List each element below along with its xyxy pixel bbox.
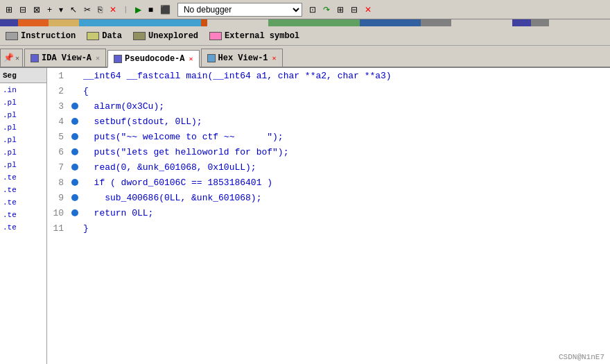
tab-hex-view-1[interactable]: Hex View-1✕ xyxy=(201,49,283,67)
breakpoint-indicator-3 xyxy=(71,103,78,110)
tab-pseudocode-a[interactable]: Pseudocode-A✕ xyxy=(107,50,199,68)
bp-dot-9[interactable] xyxy=(69,194,80,201)
tab-icon-1 xyxy=(114,55,122,63)
pin-icon: 📌 xyxy=(3,53,14,63)
code-line-9[interactable]: 9 sub_400686(0LL, &unk_601068); xyxy=(47,190,610,205)
debug-btn-x[interactable]: ✕ xyxy=(362,3,374,16)
toolbar-btn-cut[interactable]: ✂ xyxy=(81,3,94,16)
legend-color-data xyxy=(87,32,99,40)
tab-ida-view-a[interactable]: IDA View-A✕ xyxy=(24,49,106,67)
toolbar-btn-x[interactable]: ✕ xyxy=(107,3,119,16)
tab-icon-0 xyxy=(31,54,39,62)
sidebar-header: Seg xyxy=(0,68,46,83)
toolbar: ⊞ ⊟ ⊠ + ▾ ↖ ✂ ⎘ ✕ | ▶ ■ ⬛ No debugger ⊡ … xyxy=(0,0,610,19)
bp-dot-8[interactable] xyxy=(69,179,80,186)
toolbar-btn-2[interactable]: ⊟ xyxy=(17,3,29,16)
toolbar-btn-copy[interactable]: ⎘ xyxy=(95,3,105,16)
toolbar-btn-1[interactable]: ⊞ xyxy=(3,3,15,16)
code-text-2: { xyxy=(80,86,89,96)
colorbar-segment xyxy=(360,19,421,26)
code-line-10[interactable]: 10 return 0LL; xyxy=(47,205,610,220)
code-line-11[interactable]: 11} xyxy=(47,220,610,236)
colorbar-segment xyxy=(49,19,79,26)
tab-close-2[interactable]: ✕ xyxy=(272,54,277,62)
code-line-8[interactable]: 8 if ( dword_60106C == 1853186401 ) xyxy=(47,175,610,190)
play-button[interactable]: ▶ xyxy=(132,3,144,16)
sidebar-item-3[interactable]: .pl xyxy=(0,121,46,133)
main-area: Seg .in.pl.pl.pl.pl.pl.pl.te.te.te.te.te… xyxy=(0,68,610,364)
sidebar-item-0[interactable]: .in xyxy=(0,83,46,96)
colorbar-segment xyxy=(201,19,207,26)
tab-icon-2 xyxy=(207,54,216,62)
breakpoint-indicator-7 xyxy=(71,164,78,171)
colorbar-segment xyxy=(79,19,201,26)
toolbar-icons: ⊞ ⊟ ⊠ + ▾ ↖ ✂ ⎘ ✕ | ▶ ■ ⬛ No debugger ⊡ … xyxy=(3,3,374,17)
toolbar-btn-5[interactable]: ▾ xyxy=(56,3,66,16)
code-line-3[interactable]: 3 alarm(0x3Cu); xyxy=(47,98,610,114)
bp-dot-7[interactable] xyxy=(69,164,80,171)
sidebar-item-8[interactable]: .te xyxy=(0,183,46,196)
colorbar-segment xyxy=(268,19,360,26)
debug-btn-1[interactable]: ⊡ xyxy=(306,3,319,16)
code-text-10: return 0LL; xyxy=(80,208,153,218)
legend-color-instruction xyxy=(6,32,18,40)
code-text-4: setbuf(stdout, 0LL); xyxy=(80,116,202,127)
breakpoint-indicator-4 xyxy=(71,118,78,125)
line-num-10: 10 xyxy=(47,208,69,218)
tab-label-2: Hex View-1 xyxy=(218,53,268,63)
sidebar-item-2[interactable]: .pl xyxy=(0,108,46,121)
debug-btn-4[interactable]: ⊟ xyxy=(348,3,360,16)
sidebar-item-6[interactable]: .pl xyxy=(0,158,46,171)
sidebar-item-9[interactable]: .te xyxy=(0,196,46,208)
watermark: CSDN@N1nE7 xyxy=(559,353,604,361)
unpin-icon[interactable]: ✕ xyxy=(15,54,19,62)
line-num-6: 6 xyxy=(47,147,69,157)
code-panel[interactable]: 1__int64 __fastcall main(__int64 a1, cha… xyxy=(47,68,610,364)
line-num-1: 1 xyxy=(47,71,69,81)
bp-dot-10[interactable] xyxy=(69,209,80,216)
colorbar-segment xyxy=(512,19,530,26)
debugger-select[interactable]: No debugger xyxy=(177,3,302,17)
stop-button[interactable]: ■ xyxy=(146,3,156,16)
code-line-1[interactable]: 1__int64 __fastcall main(__int64 a1, cha… xyxy=(47,68,610,83)
code-text-8: if ( dword_60106C == 1853186401 ) xyxy=(80,177,272,188)
debug-btn-3[interactable]: ⊞ xyxy=(334,3,347,16)
legend-label-instruction: Instruction xyxy=(21,31,76,41)
sidebar-item-1[interactable]: .pl xyxy=(0,96,46,108)
legend-color-external xyxy=(209,32,222,40)
pause-button[interactable]: ⬛ xyxy=(157,3,173,16)
bp-dot-3[interactable] xyxy=(69,103,80,110)
line-num-8: 8 xyxy=(47,177,69,188)
line-num-9: 9 xyxy=(47,193,69,203)
bp-dot-5[interactable] xyxy=(69,133,80,140)
breakpoint-indicator-5 xyxy=(71,133,78,140)
legend-label-unexplored: Unexplored xyxy=(148,31,198,41)
code-line-2[interactable]: 2{ xyxy=(47,83,610,98)
legend-label-external: External symbol xyxy=(225,31,299,41)
debug-btn-2[interactable]: ↷ xyxy=(320,3,333,16)
sidebar-item-10[interactable]: .te xyxy=(0,208,46,220)
sidebar-item-5[interactable]: .pl xyxy=(0,146,46,158)
colorbar-segment xyxy=(207,19,268,26)
code-text-3: alarm(0x3Cu); xyxy=(80,101,164,112)
toolbar-btn-4[interactable]: + xyxy=(44,3,55,16)
code-line-7[interactable]: 7 read(0, &unk_601068, 0x10uLL); xyxy=(47,159,610,175)
tab-label-1: Pseudocode-A xyxy=(125,54,184,64)
tab-label-0: IDA View-A xyxy=(42,53,92,63)
sidebar-item-7[interactable]: .te xyxy=(0,171,46,183)
code-line-5[interactable]: 5 puts("~~ welcome to ctf ~~ "); xyxy=(47,129,610,144)
tab-close-0[interactable]: ✕ xyxy=(96,54,100,62)
toolbar-btn-3[interactable]: ⊠ xyxy=(31,3,43,16)
toolbar-btn-cursor[interactable]: ↖ xyxy=(67,3,80,16)
code-line-4[interactable]: 4 setbuf(stdout, 0LL); xyxy=(47,114,610,129)
colorbar-segment xyxy=(549,19,610,26)
sidebar-item-4[interactable]: .pl xyxy=(0,133,46,146)
tab-close-1[interactable]: ✕ xyxy=(189,55,193,63)
bp-dot-4[interactable] xyxy=(69,118,80,125)
code-text-7: read(0, &unk_601068, 0x10uLL); xyxy=(80,162,256,173)
line-num-3: 3 xyxy=(47,101,69,112)
sidebar-item-11[interactable]: .te xyxy=(0,220,46,233)
bp-dot-6[interactable] xyxy=(69,148,80,155)
breakpoint-indicator-9 xyxy=(71,194,78,201)
code-line-6[interactable]: 6 puts("lets get helloworld for bof"); xyxy=(47,144,610,159)
